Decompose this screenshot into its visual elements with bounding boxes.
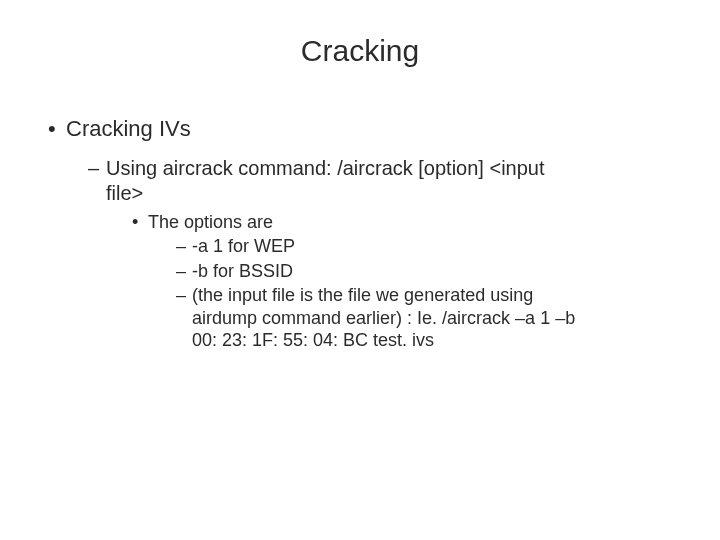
bullet-l4-item-2: –(the input file is the file we generate… — [176, 284, 680, 307]
dash-icon: – — [176, 284, 192, 307]
dash-icon: – — [88, 156, 106, 181]
bullet-l1: •Cracking IVs — [48, 116, 680, 142]
bullet-dot-icon: • — [48, 116, 66, 142]
l2-line1: Using aircrack command: /aircrack [optio… — [106, 157, 545, 179]
bullet-l4-item-1: –-b for BSSID — [176, 260, 680, 283]
l4-2-line1: (the input file is the file we generated… — [192, 285, 533, 305]
l2-line2: file> — [106, 181, 680, 206]
bullet-l4-item-0: –-a 1 for WEP — [176, 235, 680, 258]
bullet-l2: –Using aircrack command: /aircrack [opti… — [88, 156, 680, 181]
l4-2-line2: airdump command earlier) : Ie. /aircrack… — [192, 307, 680, 330]
l4-2-line3: 00: 23: 1F: 55: 04: BC test. ivs — [192, 329, 680, 352]
bullet-l3: •The options are — [132, 212, 680, 233]
dash-icon: – — [176, 260, 192, 283]
slide-title: Cracking — [40, 34, 680, 68]
bullet-dot-icon: • — [132, 212, 148, 233]
l1-text: Cracking IVs — [66, 116, 191, 141]
dash-icon: – — [176, 235, 192, 258]
l4-1-line1: -b for BSSID — [192, 261, 293, 281]
l3-text: The options are — [148, 212, 273, 232]
l4-0-line1: -a 1 for WEP — [192, 236, 295, 256]
